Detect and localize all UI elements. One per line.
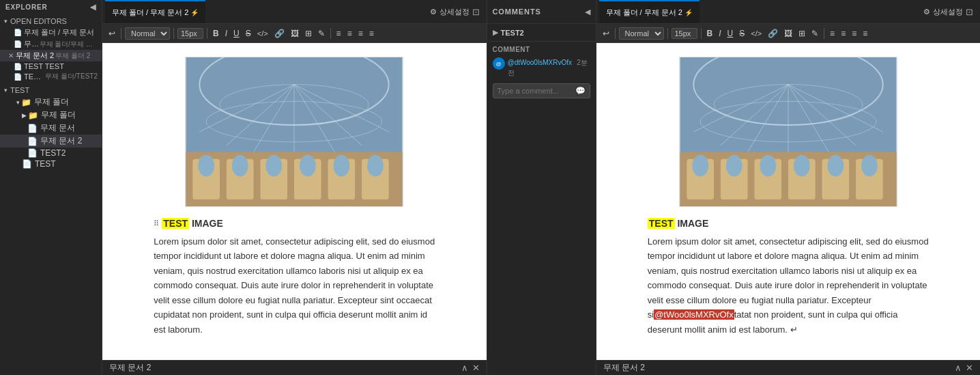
right-tab-settings-label[interactable]: 상세설정: [933, 7, 963, 17]
right-tab-split-icon[interactable]: ⊡: [966, 7, 973, 17]
right-bottom-title: 무제 문서 2: [603, 362, 645, 374]
comments-header: COMMENTS ◀: [487, 0, 596, 24]
right-bottom-close[interactable]: ✕: [966, 363, 973, 373]
folder-arrow-2: ▶: [22, 112, 27, 119]
open-editor-item-4[interactable]: 📄 TEST TEST: [0, 61, 102, 71]
svg-point-19: [232, 155, 248, 177]
right-table-btn[interactable]: ⊞: [796, 27, 807, 40]
editor-item-label-3: 무제 문서 2: [16, 51, 54, 61]
left-active-tab[interactable]: 무제 폴더 / 무제 문서 2 ⚡: [105, 0, 205, 23]
left-tab-lightning: ⚡: [190, 9, 199, 16]
comments-panel: COMMENTS ◀ ▶ TEST2 COMMENT @: [487, 0, 596, 375]
toolbar-sep-3: [207, 28, 207, 39]
tree-item-folder-1[interactable]: ▾ 📁 무제 폴더: [0, 96, 102, 109]
comment-thread-test2[interactable]: ▶ TEST2: [487, 24, 596, 42]
right-settings-icon[interactable]: ⚙: [923, 8, 930, 16]
right-align-left-btn[interactable]: ≡: [828, 27, 837, 40]
tree-item-label-file-4: TEST: [35, 159, 56, 169]
left-bottom-close[interactable]: ✕: [472, 363, 480, 373]
svg-point-47: [861, 155, 878, 177]
right-align-justify-btn[interactable]: ≡: [861, 27, 869, 40]
toolbar-sep-2: [173, 28, 174, 39]
svg-point-21: [300, 155, 316, 177]
left-toolbar: ↩ Normal B I U S </> 🔗 🖼 ⊞ ✎: [102, 24, 487, 43]
right-tab-actions: ⚙ 상세설정 ⊡: [923, 7, 977, 17]
right-doc-title: TEST IMAGE: [648, 218, 709, 229]
comment-section-label: COMMENT: [493, 46, 590, 53]
right-link-btn[interactable]: 🔗: [766, 27, 780, 40]
right-image-btn[interactable]: 🖼: [782, 27, 794, 40]
left-code-btn[interactable]: </>: [255, 28, 270, 39]
left-link-btn[interactable]: 🔗: [272, 27, 287, 40]
right-strike-btn[interactable]: S: [737, 27, 747, 40]
right-arrow-icon: ▶: [493, 28, 498, 37]
left-format-select[interactable]: Normal: [125, 27, 170, 40]
open-editor-item-5[interactable]: 📄 TEST2 무제 폴더/TEST2: [0, 71, 102, 82]
right-toolbar-sep-1: [615, 28, 616, 39]
left-editor-content[interactable]: ⠿ TEST IMAGE Lorem ipsum dolor sit amet,…: [102, 43, 487, 360]
left-align-justify-btn[interactable]: ≡: [367, 27, 376, 40]
svg-point-43: [726, 155, 743, 177]
folder-icon-2: 📁: [28, 111, 38, 120]
open-editors-header[interactable]: ▾ OPEN EDITORS: [0, 16, 102, 27]
comment-section: COMMENT @ @dtWoo0lsMXRvOfx 2분 전 💬: [487, 42, 596, 375]
comment-send-icon[interactable]: 💬: [575, 86, 586, 96]
right-undo-btn[interactable]: ↩: [601, 27, 611, 40]
right-active-tab[interactable]: 무제 폴더 / 무제 문서 2 ⚡: [599, 0, 700, 23]
test-section-header[interactable]: ▾ TEST: [0, 85, 102, 96]
comments-collapse-icon[interactable]: ◀: [585, 8, 590, 16]
left-bottom-actions: ∧ ✕: [461, 363, 480, 373]
right-align-right-btn[interactable]: ≡: [850, 27, 859, 40]
tree-item-file-1[interactable]: 📄 무제 문서: [0, 122, 102, 135]
left-tab-settings-label[interactable]: 상세설정: [439, 7, 470, 17]
right-bottom-chevron-up[interactable]: ∧: [955, 363, 962, 373]
right-edit-btn[interactable]: ✎: [809, 27, 820, 40]
right-format-select[interactable]: Normal: [619, 27, 664, 40]
right-underline-btn[interactable]: U: [725, 27, 736, 40]
left-image-btn[interactable]: 🖼: [289, 27, 301, 40]
editor-item-close-3[interactable]: ✕: [8, 52, 14, 59]
open-editor-item-2[interactable]: 📄 무제 문서 무제 폴더/무제 폴더/무제 폴더/무제 폴더 2...: [0, 38, 102, 50]
editor-item-label-2: 무제 문서: [24, 39, 38, 49]
left-tab-split-icon[interactable]: ⊡: [472, 7, 480, 17]
left-edit-btn[interactable]: ✎: [316, 27, 327, 40]
right-align-center-btn[interactable]: ≡: [839, 27, 848, 40]
tree-item-file-4[interactable]: 📄 TEST: [0, 158, 102, 169]
right-editor-pane: 무제 폴더 / 무제 문서 2 ⚡ ⚙ 상세설정 ⊡ ↩ Normal: [596, 0, 981, 375]
left-underline-btn[interactable]: U: [231, 27, 242, 40]
svg-point-23: [367, 155, 384, 177]
folder-icon-1: 📁: [21, 98, 31, 107]
sidebar-collapse-icon[interactable]: ◀: [90, 3, 96, 12]
tree-item-label-folder-1: 무제 폴더: [34, 96, 69, 108]
left-italic-btn[interactable]: I: [223, 27, 229, 40]
left-doc-body[interactable]: Lorem ipsum dolor sit amet, consectetur …: [154, 234, 435, 337]
comment-input[interactable]: [498, 87, 573, 95]
comment-thread-header[interactable]: ▶ TEST2: [493, 28, 590, 37]
tree-item-label-file-1: 무제 문서: [40, 122, 75, 134]
left-bold-btn[interactable]: B: [211, 27, 221, 40]
tree-item-folder-2[interactable]: ▶ 📁 무제 폴더: [0, 109, 102, 122]
editor-item-label-4: TEST TEST: [24, 62, 64, 70]
left-align-right-btn[interactable]: ≡: [356, 27, 365, 40]
left-drag-handle[interactable]: ⠿: [154, 218, 159, 228]
open-editor-item-3[interactable]: ✕ 무제 문서 2 무제 폴더 2: [0, 50, 102, 61]
right-font-size-input[interactable]: [672, 28, 697, 39]
right-editor-content[interactable]: TEST IMAGE Lorem ipsum dolor sit amet, c…: [596, 43, 981, 360]
right-italic-btn[interactable]: I: [717, 27, 723, 40]
open-editor-item-1[interactable]: 📄 무제 폴더 / 무제 문서: [0, 27, 102, 38]
left-font-size-input[interactable]: [177, 28, 203, 39]
left-settings-icon[interactable]: ⚙: [430, 8, 437, 16]
left-strike-btn[interactable]: S: [244, 27, 253, 40]
left-align-center-btn[interactable]: ≡: [345, 27, 354, 40]
comment-input-area[interactable]: 💬: [493, 83, 590, 98]
left-align-left-btn[interactable]: ≡: [334, 27, 343, 40]
right-title-suffix: IMAGE: [677, 218, 708, 229]
left-undo-btn[interactable]: ↩: [106, 27, 117, 40]
tree-item-file-3[interactable]: 📄 TEST2: [0, 148, 102, 158]
left-bottom-chevron-up[interactable]: ∧: [461, 363, 468, 373]
tree-item-file-2[interactable]: 📄 무제 문서 2: [0, 135, 102, 148]
left-table-btn[interactable]: ⊞: [303, 27, 314, 40]
right-code-btn[interactable]: </>: [749, 28, 764, 39]
test-section-label: TEST: [10, 86, 29, 94]
right-bold-btn[interactable]: B: [705, 27, 715, 40]
